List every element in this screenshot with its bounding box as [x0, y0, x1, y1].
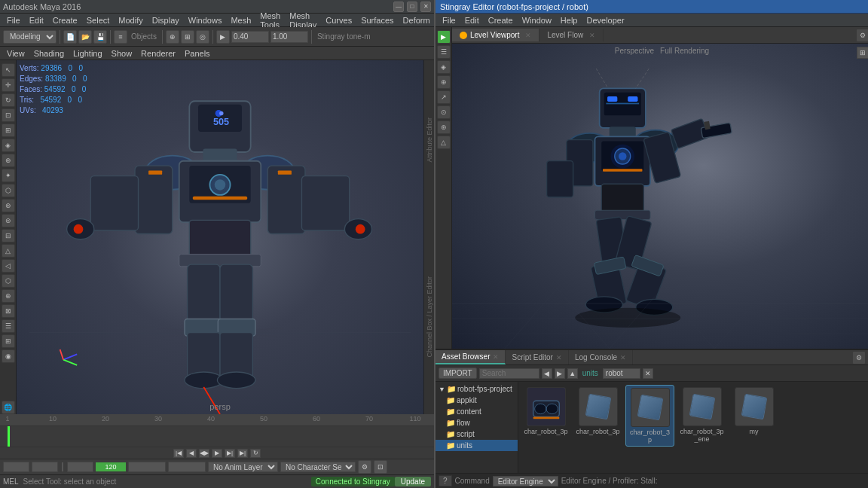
sr-tool1-button[interactable]: ☰	[437, 45, 451, 59]
tool9-button[interactable]: ⬡	[2, 184, 15, 197]
ab-back-button[interactable]: ◀	[542, 368, 552, 379]
sr-tool7-button[interactable]: △	[437, 136, 451, 149]
maya-menu-edit[interactable]: Edit	[26, 15, 47, 26]
ab-filter-input[interactable]	[603, 368, 640, 379]
maximize-button[interactable]: □	[407, 2, 417, 12]
view-menu-panels[interactable]: Panels	[181, 48, 214, 59]
timeline-start-input[interactable]: 1	[3, 462, 29, 472]
sr-menu-edit[interactable]: Edit	[461, 15, 483, 26]
sr-menu-help[interactable]: Help	[557, 15, 582, 26]
tab-asset-browser[interactable]: Asset Browser ✕	[436, 350, 506, 364]
tool12-button[interactable]: ⊟	[2, 229, 15, 242]
save-scene-button[interactable]: 💾	[93, 30, 107, 44]
se-tab-close[interactable]: ✕	[556, 354, 562, 361]
ab-up-button[interactable]: ▲	[567, 368, 578, 379]
timeline-range-end[interactable]: 120	[128, 462, 166, 472]
tool10-button[interactable]: ⊛	[2, 199, 15, 212]
tab-level-flow[interactable]: Level Flow ✕	[539, 29, 604, 41]
nav-icon-button[interactable]: 🌐	[2, 401, 15, 414]
character-set-dropdown[interactable]: No Character Set	[280, 462, 356, 472]
ab-file-char-robot-3p-thumb[interactable]: char_robot_3p	[521, 385, 570, 447]
skip-start-button[interactable]: |◀	[173, 449, 184, 458]
rotate-tool-button[interactable]: ↻	[2, 93, 15, 107]
maya-menu-create[interactable]: Create	[49, 15, 81, 26]
sr-tool3-button[interactable]: ⊕	[437, 75, 451, 89]
ab-tab-close[interactable]: ✕	[493, 353, 499, 361]
timeline-current-input[interactable]: 1	[32, 462, 58, 472]
maya-menu-display[interactable]: Display	[148, 15, 183, 26]
ab-filter-clear-button[interactable]: ✕	[643, 368, 653, 379]
tool5-button[interactable]: ⊞	[2, 124, 15, 137]
maya-menu-modify[interactable]: Modify	[115, 15, 146, 26]
loop-button[interactable]: ↻	[250, 449, 261, 458]
view-menu-view[interactable]: View	[3, 48, 29, 59]
stingray-3d-viewport[interactable]: Perspective Full Rendering ⊞	[452, 44, 868, 349]
view-menu-renderer[interactable]: Renderer	[137, 48, 179, 59]
tab-level-viewport[interactable]: Level Viewport ✕	[452, 29, 539, 41]
timeline-track[interactable]	[0, 426, 434, 447]
ab-tree-project[interactable]: ▼ 📁 robot-fps-project	[436, 383, 518, 395]
open-scene-button[interactable]: 📂	[78, 30, 92, 44]
sr-editor-engine-dropdown[interactable]: Editor Engine	[493, 476, 558, 486]
view-menu-shading[interactable]: Shading	[30, 48, 68, 59]
tab-script-editor[interactable]: Script Editor ✕	[506, 350, 568, 364]
tool16-button[interactable]: ⊕	[2, 289, 15, 303]
ab-file-char-robot-3p-1[interactable]: char_robot_3p	[573, 385, 622, 447]
render-input-2[interactable]	[270, 31, 308, 43]
anim-layer-dropdown[interactable]: No Anim Layer	[208, 462, 278, 472]
sr-menu-developer[interactable]: Developer	[582, 15, 628, 26]
magnet-button[interactable]: ◎	[196, 30, 209, 44]
maya-menu-surfaces[interactable]: Surfaces	[357, 15, 397, 26]
step-forward-button[interactable]: ▶|	[225, 449, 235, 458]
scale-tool-button[interactable]: ⊡	[2, 108, 15, 122]
render-button[interactable]: ▶	[216, 30, 230, 44]
maya-menu-deform[interactable]: Deform	[399, 15, 434, 26]
ab-tree-appkit[interactable]: 📁 appkit	[436, 395, 518, 406]
sr-tool2-button[interactable]: ◈	[437, 60, 451, 74]
viewport-options-button[interactable]: ⚙	[856, 29, 868, 42]
sr-viewport-corner-button[interactable]: ⊞	[857, 47, 868, 59]
timeline-settings-button[interactable]: ⚙	[358, 460, 371, 474]
sr-menu-create[interactable]: Create	[484, 15, 517, 26]
tool20-button[interactable]: ◉	[2, 349, 15, 363]
update-button[interactable]: Update	[395, 477, 431, 486]
ab-file-char-robot-3p-2[interactable]: char_robot_3p	[625, 385, 674, 447]
sr-tool4-button[interactable]: ↗	[437, 90, 451, 104]
sr-menu-window[interactable]: Window	[518, 15, 555, 26]
maya-menu-select[interactable]: Select	[83, 15, 114, 26]
sr-tool5-button[interactable]: ⊙	[437, 105, 451, 119]
tab-log-console[interactable]: Log Console ✕	[569, 350, 633, 364]
tool7-button[interactable]: ⊕	[2, 154, 15, 167]
tool13-button[interactable]: △	[2, 244, 15, 258]
maya-menu-mesh[interactable]: Mesh	[227, 15, 255, 26]
maya-menu-windows[interactable]: Windows	[185, 15, 226, 26]
ab-tree-content[interactable]: 📁 content	[436, 406, 518, 417]
tool6-button[interactable]: ◈	[2, 139, 15, 152]
sr-tool6-button[interactable]: ⊛	[437, 120, 451, 134]
new-scene-button[interactable]: 📄	[63, 30, 77, 44]
tool19-button[interactable]: ⊞	[2, 334, 15, 348]
tool14-button[interactable]: ◁	[2, 259, 15, 273]
play-back-button[interactable]: ◀▶	[199, 449, 209, 458]
ab-search-input[interactable]	[479, 368, 539, 379]
ab-tree-flow[interactable]: 📁 flow	[436, 417, 518, 429]
select-tool-button[interactable]: ↖	[2, 63, 15, 77]
import-button[interactable]: IMPORT	[439, 368, 477, 379]
tab-close-level-flow[interactable]: ✕	[589, 32, 595, 39]
maya-menu-curves[interactable]: Curves	[322, 15, 356, 26]
tool8-button[interactable]: ✦	[2, 169, 15, 182]
sr-status-question[interactable]: ?	[439, 475, 452, 486]
ab-file-my[interactable]: my	[729, 385, 778, 447]
ab-tree-units[interactable]: 📁 units	[436, 440, 518, 451]
render-input-1[interactable]	[231, 31, 269, 43]
tool18-button[interactable]: ☰	[2, 319, 15, 333]
tab-close-level-viewport[interactable]: ✕	[525, 32, 531, 39]
maya-3d-viewport[interactable]: Verts: 29386 0 0 Edges: 83389 0 0 Faces:…	[17, 60, 423, 414]
ab-file-char-robot-3p-ene[interactable]: char_robot_3p_ene	[677, 385, 726, 447]
tool11-button[interactable]: ⊜	[2, 214, 15, 227]
maya-menu-file[interactable]: File	[3, 15, 24, 26]
bottom-panel-options[interactable]: ⚙	[852, 351, 866, 364]
timeline-key-current[interactable]: 1	[67, 462, 93, 472]
sr-menu-file[interactable]: File	[439, 15, 460, 26]
view-menu-lighting[interactable]: Lighting	[69, 48, 106, 59]
